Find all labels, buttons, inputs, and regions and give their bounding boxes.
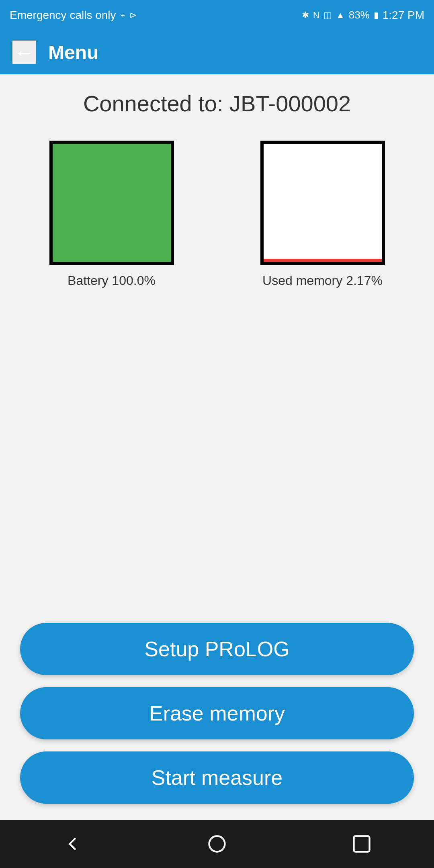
status-bar-left: Emergency calls only ⌁ ⊳ bbox=[10, 9, 137, 22]
status-text: Emergency calls only bbox=[10, 9, 116, 22]
bluetooth-icon: ✱ bbox=[302, 10, 309, 20]
nav-back-button[interactable] bbox=[62, 833, 83, 854]
gauges-row: Battery 100.0% Used memory 2.17% bbox=[12, 141, 422, 288]
buttons-section: Setup PRoLOG Erase memory Start measure bbox=[12, 623, 422, 820]
connected-label: Connected to: JBT-000002 bbox=[12, 90, 422, 117]
setup-prolog-label: Setup PRoLOG bbox=[144, 637, 289, 661]
status-bar: Emergency calls only ⌁ ⊳ ✱ N ◫ ▲ 83% ▮ 1… bbox=[0, 0, 434, 30]
battery-gauge-container: Battery 100.0% bbox=[12, 141, 211, 288]
memory-gauge-container: Used memory 2.17% bbox=[223, 141, 422, 288]
setup-prolog-button[interactable]: Setup PRoLOG bbox=[20, 623, 414, 675]
battery-gauge-label: Battery 100.0% bbox=[68, 273, 156, 288]
status-bar-right: ✱ N ◫ ▲ 83% ▮ 1:27 PM bbox=[302, 9, 424, 22]
back-arrow-icon: ← bbox=[14, 41, 34, 63]
page-title: Menu bbox=[48, 41, 98, 63]
battery-level: 83% bbox=[349, 9, 370, 21]
battery-gauge-box bbox=[49, 141, 174, 265]
signal-icon: ⊳ bbox=[129, 10, 137, 20]
app-bar: ← Menu bbox=[0, 30, 434, 74]
usb-icon: ⌁ bbox=[120, 10, 125, 20]
nav-home-button[interactable] bbox=[207, 833, 227, 854]
erase-memory-button[interactable]: Erase memory bbox=[20, 687, 414, 739]
bottom-nav bbox=[0, 820, 434, 868]
memory-gauge-box bbox=[260, 141, 385, 265]
battery-fill bbox=[53, 144, 171, 262]
battery-icon: ▮ bbox=[374, 10, 379, 20]
vibrate-icon: ◫ bbox=[323, 10, 332, 20]
svg-point-0 bbox=[209, 836, 225, 852]
start-measure-button[interactable]: Start measure bbox=[20, 751, 414, 804]
back-button[interactable]: ← bbox=[12, 40, 36, 64]
wifi-icon: ▲ bbox=[336, 10, 345, 20]
memory-fill bbox=[264, 259, 382, 262]
memory-gauge-label: Used memory 2.17% bbox=[262, 273, 383, 288]
erase-memory-label: Erase memory bbox=[149, 701, 285, 725]
nfc-icon: N bbox=[313, 10, 319, 20]
clock: 1:27 PM bbox=[383, 9, 424, 22]
start-measure-label: Start measure bbox=[151, 766, 283, 790]
svg-rect-1 bbox=[354, 836, 370, 852]
nav-recent-button[interactable] bbox=[351, 833, 372, 854]
main-content: Connected to: JBT-000002 Battery 100.0% … bbox=[0, 74, 434, 820]
